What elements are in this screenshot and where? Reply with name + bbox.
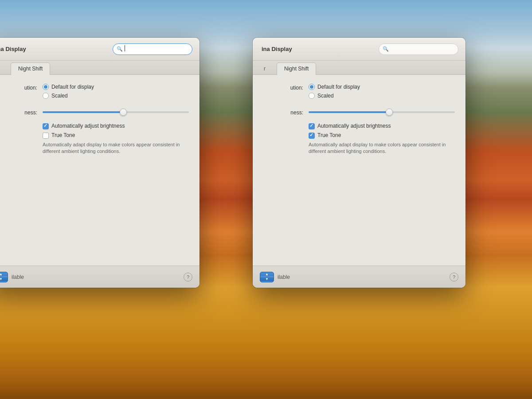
panels-container: ina Display 🔍 r Night Shift (0, 0, 532, 399)
right-radio-scaled[interactable]: Scaled (309, 93, 455, 99)
left-brightness-row: ness: (0, 109, 189, 116)
left-search-box[interactable]: 🔍 (113, 43, 192, 55)
left-radio-scaled-label: Scaled (51, 93, 68, 99)
left-stepper[interactable]: ▲ ▼ (0, 272, 8, 282)
left-auto-brightness-checkbox[interactable] (43, 123, 49, 129)
right-radio-scaled-label: Scaled (317, 93, 334, 99)
left-half: ina Display 🔍 r Night Shift (0, 0, 266, 399)
left-truetone-label: True Tone (51, 132, 75, 138)
left-auto-brightness-row[interactable]: Automatically adjust brightness (0, 123, 189, 129)
right-auto-brightness-checkbox[interactable] (309, 123, 315, 129)
right-radio-scaled-circle (309, 93, 315, 99)
right-search-box[interactable]: 🔍 (379, 43, 458, 55)
left-tabs: r Night Shift (0, 61, 200, 75)
right-auto-brightness-row[interactable]: Automatically adjust brightness (263, 123, 455, 129)
right-brightness-label: ness: (263, 109, 303, 116)
right-tab-nightshift[interactable]: Night Shift (277, 63, 316, 75)
right-titlebar: ina Display 🔍 (253, 38, 466, 61)
right-radio-default-label: Default for display (317, 84, 360, 90)
right-available-text: ilable (278, 274, 290, 280)
left-titlebar: ina Display 🔍 (0, 38, 200, 61)
right-radio-default-circle (309, 84, 315, 90)
left-truetone-checkbox[interactable] (43, 133, 49, 139)
right-panel-content: ution: Default for display Scaled (253, 75, 466, 288)
left-truetone-description: Automatically adapt display to make colo… (0, 141, 189, 155)
left-search-cursor (125, 45, 125, 51)
right-truetone-label: True Tone (317, 132, 341, 138)
right-window-title: ina Display (262, 46, 292, 52)
right-panel-bottom: ▲ ▼ ilable ? (253, 266, 466, 288)
right-truetone-description: Automatically adapt display to make colo… (263, 141, 455, 155)
right-stepper-up[interactable]: ▲ (260, 272, 274, 277)
left-radio-default-label: Default for display (51, 84, 94, 90)
left-tab-display[interactable]: r (0, 63, 7, 75)
left-stepper-down[interactable]: ▼ (0, 277, 8, 282)
left-radio-scaled[interactable]: Scaled (43, 93, 189, 99)
left-auto-brightness-label: Automatically adjust brightness (51, 123, 125, 129)
left-brightness-label: ness: (0, 109, 37, 116)
right-half: ina Display 🔍 r Night Shift uti (266, 0, 532, 399)
left-radio-scaled-circle (43, 93, 49, 99)
right-brightness-row: ness: (263, 109, 455, 116)
left-search-icon: 🔍 (117, 46, 123, 52)
right-search-icon: 🔍 (383, 46, 389, 52)
right-auto-brightness-label: Automatically adjust brightness (317, 123, 391, 129)
left-panel: ina Display 🔍 r Night Shift (0, 38, 200, 288)
right-resolution-controls: Default for display Scaled (309, 84, 455, 102)
right-slider-thumb[interactable] (386, 109, 393, 116)
right-resolution-label: ution: (263, 84, 303, 91)
right-brightness-slider[interactable] (309, 111, 455, 113)
left-stepper-up[interactable]: ▲ (0, 272, 8, 277)
left-tab-nightshift[interactable]: Night Shift (11, 63, 50, 75)
left-panel-content: ution: Default for display Scaled (0, 75, 200, 288)
left-slider-thumb[interactable] (120, 109, 127, 116)
left-resolution-row: ution: Default for display Scaled (0, 84, 189, 102)
left-resolution-label: ution: (0, 84, 37, 91)
right-panel: ina Display 🔍 r Night Shift uti (253, 38, 466, 288)
right-tab-display[interactable]: r (256, 63, 273, 75)
left-radio-default-circle (43, 84, 49, 90)
left-resolution-controls: Default for display Scaled (43, 84, 189, 102)
right-radio-default[interactable]: Default for display (309, 84, 455, 90)
left-radio-default[interactable]: Default for display (43, 84, 189, 90)
right-resolution-row: ution: Default for display Scaled (263, 84, 455, 102)
right-truetone-row[interactable]: True Tone (263, 132, 455, 139)
left-window-title: ina Display (0, 46, 26, 52)
left-available-text: ilable (12, 274, 24, 280)
right-stepper-down[interactable]: ▼ (260, 277, 274, 282)
right-tabs: r Night Shift (253, 61, 466, 75)
left-brightness-slider[interactable] (43, 111, 189, 113)
right-truetone-checkbox[interactable] (309, 133, 315, 139)
right-stepper[interactable]: ▲ ▼ (260, 272, 274, 282)
left-help-button[interactable]: ? (184, 273, 192, 282)
left-truetone-row[interactable]: True Tone (0, 132, 189, 139)
left-search-input[interactable] (125, 45, 188, 53)
left-panel-bottom: ▲ ▼ ilable ? (0, 266, 200, 288)
right-help-button[interactable]: ? (450, 273, 458, 282)
